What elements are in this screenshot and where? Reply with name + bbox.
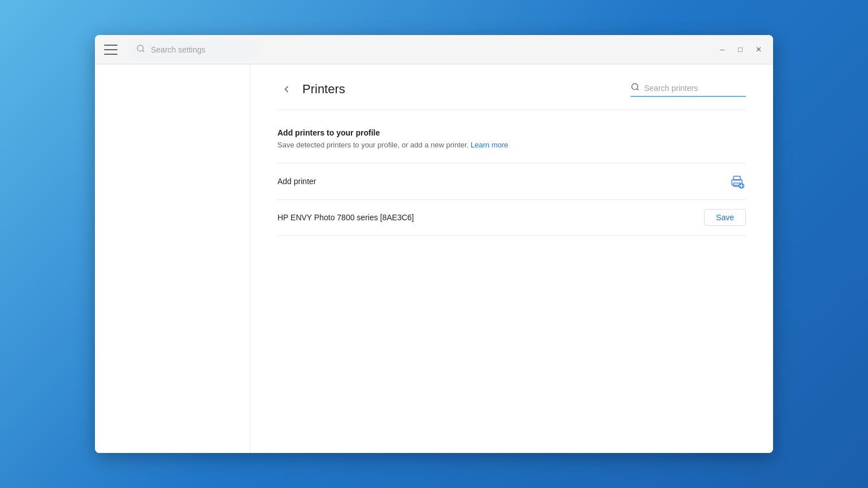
learn-more-link[interactable]: Learn more — [471, 141, 508, 149]
page-title: Printers — [302, 82, 345, 97]
title-bar — [95, 35, 773, 64]
svg-point-0 — [137, 45, 144, 51]
list-item: Add printer — [277, 163, 746, 200]
menu-button[interactable] — [104, 45, 118, 55]
printer-name: HP ENVY Photo 7800 series [8AE3C6] — [277, 213, 414, 222]
printers-section: Add printers to your profile Save detect… — [277, 128, 746, 236]
printer-list: Add printer — [277, 163, 746, 236]
section-title: Add printers to your profile — [277, 128, 746, 137]
back-button[interactable] — [277, 80, 296, 98]
close-button[interactable] — [753, 44, 764, 55]
page-header: Printers — [277, 64, 746, 110]
window-controls — [717, 44, 764, 55]
search-printers-container[interactable] — [631, 82, 746, 97]
list-item: HP ENVY Photo 7800 series [8AE3C6] Save — [277, 200, 746, 236]
search-icon — [136, 44, 145, 55]
minimize-button[interactable] — [717, 44, 728, 55]
save-printer-button[interactable]: Save — [704, 209, 746, 226]
maximize-button[interactable] — [735, 44, 746, 55]
search-printers-icon — [631, 82, 640, 94]
section-desc-text: Save detected printers to your profile, … — [277, 141, 471, 149]
svg-line-1 — [142, 50, 144, 52]
search-printers-input[interactable] — [644, 84, 746, 93]
title-bar-left — [104, 39, 259, 60]
svg-point-2 — [632, 84, 638, 90]
page-header-left: Printers — [277, 80, 345, 98]
add-printer-button[interactable] — [728, 172, 746, 190]
settings-search-input[interactable] — [151, 45, 250, 54]
settings-search-bar[interactable] — [127, 39, 259, 60]
svg-line-3 — [637, 89, 639, 90]
window-body: Printers Add printers to your profile — [95, 64, 773, 453]
settings-window: Printers Add printers to your profile — [95, 35, 773, 453]
add-printer-label: Add printer — [277, 177, 316, 186]
main-content: Printers Add printers to your profile — [250, 64, 773, 453]
sidebar — [95, 64, 250, 453]
section-description: Save detected printers to your profile, … — [277, 141, 746, 149]
